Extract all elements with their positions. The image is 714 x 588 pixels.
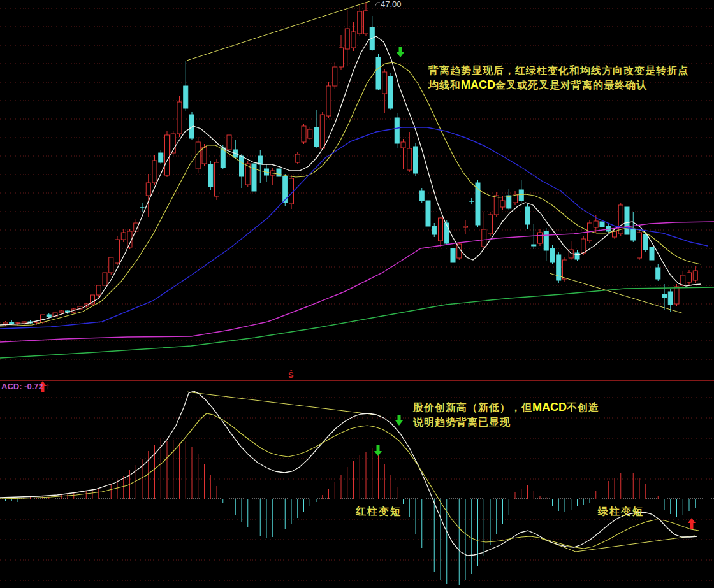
candle-down xyxy=(451,248,455,262)
candle-up xyxy=(581,239,586,253)
candle-up xyxy=(594,221,598,227)
candle-up xyxy=(563,260,567,279)
candle-up xyxy=(613,231,617,237)
candle-up xyxy=(482,229,486,247)
candle-up xyxy=(326,86,331,116)
candle-up xyxy=(215,162,219,196)
annotation-line: 背离趋势显现后，红绿柱变化和均线方向改变是转折点 xyxy=(428,65,688,76)
macd-lows-line xyxy=(541,536,695,552)
annotation-divergence-rule: 背离趋势显现后，红绿柱变化和均线方向改变是转折点 均线和MACD金叉或死叉是对背… xyxy=(428,63,688,92)
macd-indicator-value: ACD: -0.72 ↑ xyxy=(1,381,50,391)
divider-marker: Ŝ xyxy=(288,370,294,380)
annotation-line: 说明趋势背离已显现 xyxy=(413,417,511,427)
annotation-line: 均线和 xyxy=(428,80,461,90)
candle-down xyxy=(600,222,604,227)
candle-down xyxy=(519,190,523,201)
peak-tick-mark xyxy=(375,3,380,6)
candle-up xyxy=(439,218,443,241)
candle-down xyxy=(395,118,399,143)
annotation-line: 股价创新高（新低），但 xyxy=(413,402,532,413)
candle-up xyxy=(41,315,45,322)
candle-down xyxy=(389,76,393,108)
candle-down xyxy=(426,201,430,226)
candle-down xyxy=(159,153,163,162)
candle-down xyxy=(240,156,244,176)
candle-up xyxy=(638,233,642,258)
candle-up xyxy=(177,102,182,134)
candle-up xyxy=(693,271,697,280)
candle-down xyxy=(631,229,636,240)
candle-up xyxy=(115,240,120,263)
candle-down xyxy=(414,147,418,173)
candle-down xyxy=(277,169,281,176)
candle-up xyxy=(457,244,462,258)
candle-up xyxy=(674,287,679,304)
candle-up xyxy=(463,226,468,227)
candle-down xyxy=(650,247,654,260)
label-green-bars-shorten: 绿柱变短 xyxy=(598,505,644,519)
candle-down xyxy=(419,191,424,201)
candle-up xyxy=(308,129,312,138)
candle-up xyxy=(22,322,26,323)
candle-up xyxy=(358,11,362,34)
candle-down xyxy=(507,196,511,208)
candle-up xyxy=(345,29,349,49)
candle-down xyxy=(532,245,536,246)
candle-down xyxy=(47,315,51,317)
candle-up xyxy=(320,115,324,148)
candle-up xyxy=(152,161,157,183)
candle-up xyxy=(59,311,64,313)
candle-up xyxy=(146,183,150,196)
candle-down xyxy=(550,248,555,262)
candle-down xyxy=(625,207,629,234)
candle-down xyxy=(575,253,579,259)
candle-up xyxy=(382,72,387,94)
label-red-bars-shorten: 红柱变短 xyxy=(356,505,402,519)
candle-up xyxy=(333,67,337,86)
candle-down xyxy=(208,164,213,187)
annotation-line: 不创造 xyxy=(567,402,599,413)
candle-up xyxy=(401,142,405,148)
ma-long-blue xyxy=(0,127,708,329)
candle-down xyxy=(376,57,381,89)
candle-up xyxy=(488,215,493,234)
candle-up xyxy=(538,233,543,243)
candle-up xyxy=(494,196,499,215)
candle-up xyxy=(500,201,505,207)
candle-up xyxy=(364,11,368,34)
macd-highlight: MACD xyxy=(461,78,495,91)
peak-price-label: 47.00 xyxy=(381,0,402,9)
candle-up xyxy=(3,322,8,324)
candle-up xyxy=(339,48,344,67)
sell-signal-arrow-price-icon xyxy=(397,47,404,57)
candle-up xyxy=(202,147,207,164)
candle-down xyxy=(432,226,437,234)
candle-down xyxy=(643,234,648,250)
annotation-line: 金叉或死叉是对背离的最终确认 xyxy=(495,80,647,90)
candle-down xyxy=(656,268,660,279)
candle-up xyxy=(687,273,692,282)
macd-highlight: MACD xyxy=(532,401,567,413)
stock-chart-screen: 背离趋势显现后，红绿柱变化和均线方向改变是转折点 均线和MACD金叉或死叉是对背… xyxy=(0,0,714,588)
candle-down xyxy=(10,322,14,324)
sell-signal-arrow-macd-2-icon xyxy=(374,445,382,456)
macd-value-text: ACD: -0.72 xyxy=(1,382,43,391)
candle-up xyxy=(681,275,685,285)
macd-dea-line xyxy=(0,413,699,549)
candle-up xyxy=(302,126,306,142)
candle-up xyxy=(351,32,356,48)
candle-down xyxy=(525,207,530,224)
sell-signal-arrow-macd-1-icon xyxy=(395,415,403,426)
candle-down xyxy=(314,127,319,147)
annotation-divergence-shown: 股价创新高（新低），但MACD不创造 说明趋势背离已显现 xyxy=(413,400,599,429)
candle-up xyxy=(109,257,113,273)
candle-down xyxy=(662,294,667,298)
candle-up xyxy=(96,285,101,295)
candle-up xyxy=(165,135,170,175)
candle-up xyxy=(103,273,107,285)
buy-signal-arrow-macd-icon xyxy=(688,518,696,529)
candle-up xyxy=(227,135,231,150)
candle-up xyxy=(121,233,126,240)
candle-down xyxy=(668,292,673,305)
candle-up xyxy=(407,148,412,170)
